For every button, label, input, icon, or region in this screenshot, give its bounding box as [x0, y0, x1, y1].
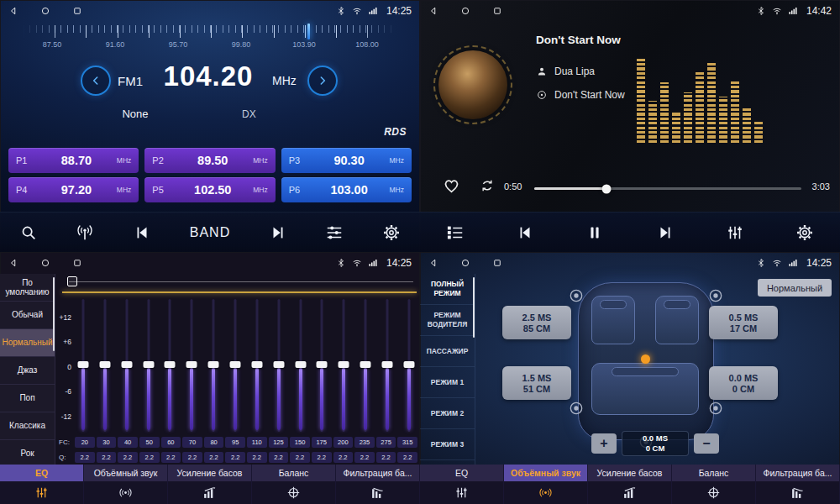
- settings-gear-icon[interactable]: [795, 223, 814, 242]
- eq-preset-item[interactable]: Нормальный: [0, 329, 55, 357]
- delay-increase-button[interactable]: +: [591, 433, 617, 454]
- balance-icon[interactable]: [672, 481, 756, 504]
- radio-preset-button[interactable]: P289.50MHz: [144, 148, 275, 173]
- progress-bar[interactable]: [534, 187, 801, 190]
- radio-preset-button[interactable]: P497.20MHz: [8, 177, 139, 202]
- eq-band-slider[interactable]: [227, 299, 244, 432]
- tab-balance[interactable]: Баланс: [672, 465, 756, 481]
- eq-band-slider[interactable]: [401, 299, 417, 432]
- slider-knob[interactable]: [339, 361, 349, 368]
- tab-bass-filter[interactable]: Фильтрация ба...: [756, 465, 840, 481]
- tab-balance[interactable]: Баланс: [252, 465, 336, 481]
- home-icon[interactable]: [40, 258, 50, 268]
- eq-bands-scrollbar-thumb[interactable]: [67, 276, 77, 286]
- slider-knob[interactable]: [360, 361, 371, 368]
- eq-band-slider[interactable]: [205, 299, 222, 432]
- eq-preset-item[interactable]: Классика: [0, 412, 55, 440]
- previous-track-icon[interactable]: [516, 223, 534, 242]
- previous-track-icon[interactable]: [133, 223, 151, 242]
- slider-knob[interactable]: [273, 361, 284, 368]
- slider-knob[interactable]: [403, 361, 414, 368]
- surround-mode-item[interactable]: ПАССАЖИР: [420, 336, 475, 367]
- slider-knob[interactable]: [295, 361, 306, 368]
- recents-icon[interactable]: [492, 6, 502, 16]
- slider-knob[interactable]: [208, 361, 219, 368]
- bass-boost-icon[interactable]: [588, 481, 672, 504]
- pause-icon[interactable]: [585, 223, 604, 242]
- eq-preset-item[interactable]: Джаз: [0, 357, 55, 385]
- slider-knob[interactable]: [186, 361, 197, 368]
- surround-mode-item[interactable]: ПОЛНЫЙ РЕЖИМ: [420, 274, 475, 305]
- home-icon[interactable]: [460, 6, 470, 16]
- recents-icon[interactable]: [492, 258, 502, 268]
- scan-search-icon[interactable]: [19, 223, 38, 242]
- eq-band-slider[interactable]: [161, 299, 178, 432]
- eq-band-slider[interactable]: [75, 299, 92, 432]
- radio-preset-button[interactable]: P188.70MHz: [8, 148, 139, 173]
- delay-rear-right[interactable]: 0.0 MS 0 CM: [709, 366, 778, 400]
- eq-preset-scrollbar[interactable]: [53, 277, 55, 351]
- favorite-heart-icon[interactable]: [442, 176, 461, 198]
- slider-knob[interactable]: [251, 361, 262, 368]
- band-button[interactable]: BAND: [190, 225, 230, 240]
- tab-surround-sound[interactable]: Объёмный звук: [504, 465, 588, 481]
- eq-sliders-icon[interactable]: [0, 481, 84, 504]
- eq-preset-item[interactable]: Рок: [0, 440, 55, 465]
- seek-up-button[interactable]: [307, 66, 338, 96]
- surround-mode-item[interactable]: РЕЖИМ ВОДИТЕЛЯ: [420, 305, 475, 336]
- back-icon[interactable]: [8, 258, 18, 268]
- slider-knob[interactable]: [121, 361, 132, 368]
- slider-knob[interactable]: [99, 361, 110, 368]
- slider-knob[interactable]: [317, 361, 328, 368]
- slider-knob[interactable]: [230, 361, 241, 368]
- home-icon[interactable]: [40, 6, 50, 16]
- eq-band-slider[interactable]: [313, 299, 330, 432]
- back-icon[interactable]: [8, 6, 18, 16]
- tab-eq[interactable]: EQ: [420, 465, 504, 481]
- eq-preset-item[interactable]: По умолчанию: [0, 274, 55, 302]
- delay-rear-left[interactable]: 1.5 MS 51 CM: [502, 366, 571, 400]
- bass-filter-icon[interactable]: [756, 481, 840, 504]
- slider-knob[interactable]: [143, 361, 154, 368]
- surround-mode-item[interactable]: РЕЖИМ 3: [420, 429, 475, 460]
- surround-mode-item[interactable]: РЕЖИМ 2: [420, 398, 475, 429]
- eq-band-slider[interactable]: [379, 299, 396, 432]
- eq-band-slider[interactable]: [335, 299, 352, 432]
- home-icon[interactable]: [460, 258, 470, 268]
- listening-position-dot[interactable]: [641, 354, 650, 364]
- eq-bands-scrollbar[interactable]: [69, 281, 413, 282]
- surround-mode-item[interactable]: РЕЖИМ 1: [420, 367, 475, 398]
- repeat-icon[interactable]: [479, 177, 496, 197]
- eq-band-slider[interactable]: [97, 299, 113, 432]
- eq-preset-item[interactable]: Поп: [0, 385, 55, 412]
- bass-filter-icon[interactable]: [336, 481, 420, 504]
- tab-bass-boost[interactable]: Усиление басов: [588, 465, 672, 481]
- delay-decrease-button[interactable]: −: [694, 433, 719, 454]
- frequency-ruler[interactable]: 87.50 91.60 95.70 99.80 103.90 108.00: [0, 24, 420, 52]
- tune-sliders-icon[interactable]: [325, 223, 344, 242]
- delay-front-right[interactable]: 0.5 MS 17 CM: [709, 306, 778, 339]
- slider-knob[interactable]: [165, 361, 176, 368]
- progress-knob[interactable]: [601, 184, 611, 193]
- settings-gear-icon[interactable]: [382, 223, 401, 242]
- tab-bass-filter[interactable]: Фильтрация ба...: [336, 465, 420, 481]
- surround-mode-scrollbar[interactable]: [473, 277, 475, 338]
- sound-profile-button[interactable]: Нормальный: [758, 279, 832, 297]
- radio-preset-button[interactable]: P6103.00MHz: [281, 177, 412, 202]
- next-track-icon[interactable]: [269, 223, 287, 242]
- playlist-icon[interactable]: [446, 223, 465, 242]
- recents-icon[interactable]: [72, 258, 82, 268]
- eq-band-slider[interactable]: [292, 299, 309, 432]
- eq-band-slider[interactable]: [118, 299, 135, 432]
- bass-boost-icon[interactable]: [168, 481, 252, 504]
- seek-down-button[interactable]: [81, 66, 111, 96]
- balance-icon[interactable]: [252, 481, 336, 504]
- eq-band-slider[interactable]: [140, 299, 157, 432]
- surround-sound-icon[interactable]: [504, 481, 588, 504]
- mixer-sliders-icon[interactable]: [726, 223, 744, 242]
- eq-band-slider[interactable]: [249, 299, 265, 432]
- surround-sound-icon[interactable]: [84, 481, 168, 504]
- radio-preset-button[interactable]: P390.30MHz: [281, 148, 412, 173]
- eq-preset-item[interactable]: Обычай: [0, 302, 55, 329]
- back-icon[interactable]: [428, 258, 438, 268]
